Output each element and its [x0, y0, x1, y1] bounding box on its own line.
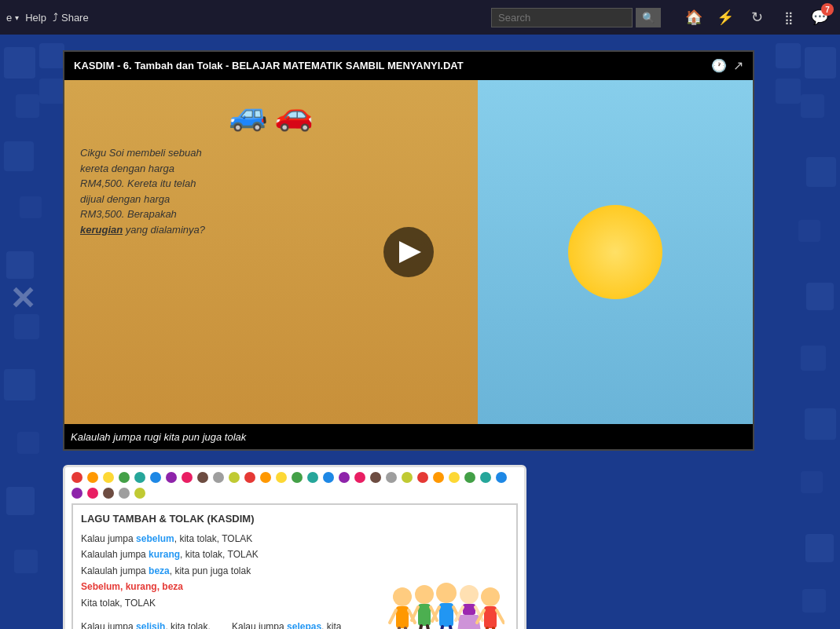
svg-rect-1 [396, 606, 409, 628]
svg-rect-7 [418, 604, 431, 626]
card-dots-top [65, 467, 524, 503]
bottom-card: LAGU TAMBAH & TOLAK (KASDIM) Kalau jumpa… [63, 465, 526, 629]
play-triangle-icon [399, 241, 421, 263]
dot-32 [119, 488, 130, 499]
verse1-line1: Kalau jumpa sebelum, kita tolak, TOLAK [81, 531, 370, 547]
help-button[interactable]: Help [25, 12, 46, 24]
video-text-content: Cikgu Soi membeli sebuah kereta dengan h… [80, 145, 205, 237]
refresh-button[interactable]: ↻ [743, 3, 771, 31]
verse-columns: Kalau jumpa selisih, kita tolak, TOLAK K… [81, 619, 370, 629]
dot-9 [197, 472, 208, 483]
video-right-panel [478, 80, 753, 424]
chat-button[interactable]: 💬 7 [805, 3, 834, 31]
share-video-icon[interactable]: ↗ [733, 58, 743, 73]
dot-3 [103, 472, 114, 483]
dot-4 [119, 472, 130, 483]
video-text-line6: kerugian yang dialaminya? [80, 222, 205, 238]
dot-26 [464, 472, 475, 483]
sun-illustration [568, 205, 662, 299]
dot-20 [370, 472, 381, 483]
svg-rect-19 [463, 604, 475, 615]
grid-button[interactable]: ⣿ [774, 3, 802, 31]
svg-line-8 [412, 607, 418, 620]
video-thumbnail: 🚙 🚗 Cikgu Soi membeli sebuah kereta deng… [64, 80, 753, 424]
dot-18 [339, 472, 350, 483]
play-button[interactable] [383, 227, 434, 277]
dot-5 [134, 472, 145, 483]
dot-29 [72, 488, 83, 499]
dot-19 [354, 472, 365, 483]
svg-point-6 [415, 585, 434, 604]
svg-line-10 [418, 626, 421, 629]
video-text-line2: kereta dengan harga [80, 161, 205, 177]
svg-point-18 [460, 585, 479, 604]
dot-30 [87, 488, 98, 499]
car-red-icon: 🚗 [274, 96, 314, 133]
clock-icon[interactable]: 🕐 [711, 58, 727, 73]
dot-11 [229, 472, 240, 483]
svg-point-0 [393, 587, 412, 606]
cars-area: 🚙 🚗 [229, 96, 314, 133]
search-button[interactable]: 🔍 [636, 8, 661, 27]
dot-12 [244, 472, 255, 483]
svg-line-2 [390, 610, 396, 623]
chevron-down-icon: ▾ [15, 13, 19, 22]
car-blue-icon: 🚙 [229, 96, 268, 133]
dot-33 [134, 488, 145, 499]
video-caption: Kalaulah jumpa rugi kita pun juga tolak [71, 431, 246, 443]
verse1-line4: Sebelum, kurang, beza [81, 579, 370, 594]
flash-icon: ⚡ [717, 9, 734, 26]
search-icon: 🔍 [642, 12, 655, 24]
grid-icon: ⣿ [784, 10, 793, 25]
video-title: KASDIM - 6. Tambah dan Tolak - BELAJAR M… [74, 60, 464, 71]
dot-24 [433, 472, 444, 483]
card-inner: LAGU TAMBAH & TOLAK (KASDIM) Kalau jumpa… [72, 503, 518, 629]
nav-menu-dropdown[interactable]: e ▾ [6, 12, 19, 24]
video-text-line4: dijual dengan harga [80, 192, 205, 207]
dot-6 [150, 472, 161, 483]
verse3-line1: Kalau jumpa selepas, kita tambah, TAMBAH [232, 619, 370, 629]
share-icon: ⤴ [53, 11, 58, 24]
verse1-line5: Kita tolak, TOLAK [81, 595, 370, 611]
video-text-line1: Cikgu Soi membeli sebuah [80, 145, 205, 161]
svg-point-25 [481, 587, 500, 606]
svg-rect-26 [484, 606, 497, 628]
dot-23 [417, 472, 428, 483]
dot-21 [386, 472, 397, 483]
main-content: KASDIM - 6. Tambah dan Tolak - BELAJAR M… [0, 35, 840, 629]
dot-28 [496, 472, 507, 483]
svg-line-28 [497, 610, 504, 623]
dot-25 [449, 472, 460, 483]
share-button[interactable]: ⤴ Share [53, 11, 89, 24]
search-container: 🔍 [491, 8, 661, 27]
dot-15 [292, 472, 303, 483]
dot-2 [87, 472, 98, 483]
flash-button[interactable]: ⚡ [711, 3, 739, 31]
video-text-line5: RM3,500. Berapakah [80, 207, 205, 222]
card-verse2: Kalau jumpa selisih, kita tolak, TOLAK K… [81, 619, 219, 629]
card-image-section [383, 513, 508, 629]
home-button[interactable]: 🏠 [680, 3, 708, 31]
nav-left: e ▾ Help ⤴ Share [6, 11, 89, 24]
verse1-line3: Kalaulah jumpa beza, kita pun juga tolak [81, 563, 370, 579]
dot-16 [307, 472, 318, 483]
dot-27 [480, 472, 491, 483]
dot-14 [276, 472, 287, 483]
dot-31 [103, 488, 114, 499]
dot-17 [323, 472, 334, 483]
card-title: LAGU TAMBAH & TOLAK (KASDIM) [81, 513, 370, 525]
search-input[interactable] [491, 8, 633, 27]
dot-7 [166, 472, 177, 483]
share-label: Share [61, 12, 89, 24]
navbar: e ▾ Help ⤴ Share 🔍 🏠 ⚡ ↻ ⣿ 💬 7 [0, 0, 840, 35]
svg-line-11 [427, 626, 431, 629]
home-icon: 🏠 [685, 9, 702, 26]
dot-1 [72, 472, 83, 483]
dot-8 [182, 472, 193, 483]
video-player[interactable]: KASDIM - 6. Tambah dan Tolak - BELAJAR M… [63, 50, 754, 451]
dot-10 [213, 472, 224, 483]
svg-point-12 [436, 583, 457, 603]
svg-rect-13 [439, 603, 453, 627]
dot-22 [402, 472, 413, 483]
nav-menu-label: e [6, 12, 12, 24]
